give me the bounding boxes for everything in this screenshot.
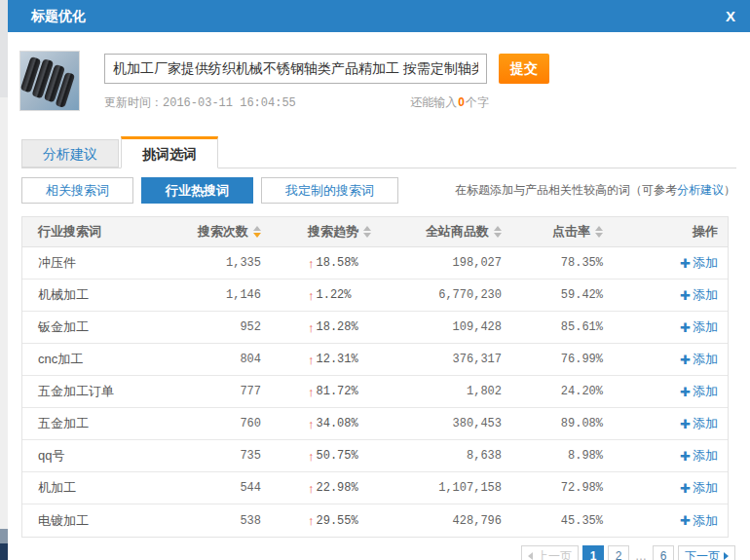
add-keyword-button[interactable]: 添加 <box>680 254 718 272</box>
plus-icon <box>680 288 691 303</box>
analysis-suggestions-link[interactable]: 分析建议 <box>677 183 724 197</box>
table-row: cnc加工 804 12.31% 376,317 76.99% 添加 <box>22 344 728 376</box>
keyword-cell: 机加工 <box>22 479 198 497</box>
plus-icon <box>680 256 691 271</box>
total-products-cell: 1,802 <box>397 385 529 398</box>
ctr-cell: 78.35% <box>529 256 626 270</box>
search-trend-cell: 18.58% <box>281 256 397 271</box>
search-count-cell: 952 <box>198 320 281 334</box>
ctr-cell: 85.61% <box>529 320 626 334</box>
add-keyword-button[interactable]: 添加 <box>680 318 718 336</box>
trend-up-icon <box>308 320 315 335</box>
total-products-cell: 380,453 <box>397 417 529 430</box>
close-icon[interactable]: X <box>726 9 735 23</box>
keyword-cell: 钣金加工 <box>22 318 198 336</box>
add-keyword-button[interactable]: 添加 <box>680 415 718 432</box>
dialog: 标题优化 X <box>8 0 750 560</box>
table-row: 电镀加工 538 29.55% 428,796 45.35% 添加 <box>22 504 728 537</box>
search-count-cell: 804 <box>198 353 281 366</box>
keyword-cell: 五金加工订单 <box>22 383 198 400</box>
sort-search-count-icon[interactable] <box>253 226 261 238</box>
plus-icon <box>680 385 691 399</box>
filter-industry-hot-words[interactable]: 行业热搜词 <box>141 177 253 204</box>
table-row: 钣金加工 952 18.28% 109,428 85.61% 添加 <box>22 312 728 344</box>
search-trend-cell: 22.98% <box>281 481 397 496</box>
add-keyword-button[interactable]: 添加 <box>680 447 718 465</box>
table-row: 五金加工订单 777 81.72% 1,802 24.20% 添加 <box>22 376 728 408</box>
search-trend-cell: 1.22% <box>281 288 397 303</box>
header-search-count[interactable]: 搜索次数 <box>198 223 281 241</box>
trend-up-icon <box>308 481 315 496</box>
search-count-cell: 538 <box>198 514 281 528</box>
add-keyword-button[interactable]: 添加 <box>680 479 718 497</box>
trend-up-icon <box>308 417 315 431</box>
keyword-cell: 五金加工 <box>22 415 198 432</box>
total-products-cell: 109,428 <box>397 320 529 334</box>
tab-analysis-suggestions[interactable]: 分析建议 <box>21 139 119 168</box>
pagination: 上一页 1 2 … 6 下一页 <box>8 545 735 560</box>
trend-up-icon <box>308 513 315 528</box>
table-row: 机械加工 1,146 1.22% 6,770,230 59.42% 添加 <box>22 280 728 312</box>
plus-icon <box>680 320 691 335</box>
table-row: 机加工 544 22.98% 1,107,158 72.98% 添加 <box>22 472 728 504</box>
sort-total-products-icon[interactable] <box>494 226 502 238</box>
header-action: 操作 <box>626 223 728 241</box>
keywords-table: 行业搜索词 搜索次数 搜索趋势 全站商品数 点击率 操作 <box>21 216 729 538</box>
header-total-products[interactable]: 全站商品数 <box>397 223 529 241</box>
prev-arrow-icon <box>528 552 533 560</box>
page-button-6[interactable]: 6 <box>653 545 674 560</box>
search-count-cell: 1,335 <box>198 256 281 270</box>
search-trend-cell: 18.28% <box>281 320 397 335</box>
plus-icon <box>680 513 691 528</box>
total-products-cell: 376,317 <box>397 353 529 366</box>
add-keyword-button[interactable]: 添加 <box>680 512 718 530</box>
ctr-cell: 76.99% <box>529 353 626 366</box>
trend-up-icon <box>308 256 315 271</box>
total-products-cell: 6,770,230 <box>397 288 529 302</box>
filter-my-custom-words[interactable]: 我定制的搜索词 <box>261 177 398 204</box>
page-button-2[interactable]: 2 <box>608 545 629 560</box>
table-row: 冲压件 1,335 18.58% 198,027 78.35% 添加 <box>22 247 728 280</box>
remaining-chars: 还能输入0个字 <box>410 94 489 111</box>
tab-pick-words[interactable]: 挑词选词 <box>121 136 218 168</box>
next-page-button[interactable]: 下一页 <box>678 545 735 560</box>
hint-text: 在标题添加与产品相关性较高的词（可参考分析建议） <box>455 182 735 199</box>
table-row: 五金加工 760 34.08% 380,453 89.08% 添加 <box>22 408 728 440</box>
plus-icon <box>680 481 691 496</box>
table-row: qq号 735 50.75% 8,638 8.98% 添加 <box>22 440 728 472</box>
plus-icon <box>680 417 691 431</box>
header-ctr[interactable]: 点击率 <box>529 223 626 241</box>
submit-button[interactable]: 提交 <box>499 54 549 84</box>
trend-up-icon <box>308 449 315 464</box>
trend-up-icon <box>308 288 315 303</box>
prev-page-button[interactable]: 上一页 <box>521 545 579 560</box>
next-arrow-icon <box>724 552 729 560</box>
header-search-trend[interactable]: 搜索趋势 <box>281 223 397 241</box>
keyword-cell: 机械加工 <box>22 286 198 304</box>
total-products-cell: 198,027 <box>397 256 529 270</box>
keyword-cell: cnc加工 <box>22 351 198 368</box>
filter-row: 相关搜索词 行业热搜词 我定制的搜索词 在标题添加与产品相关性较高的词（可参考分… <box>21 177 735 204</box>
product-title-input[interactable] <box>104 54 487 84</box>
ctr-cell: 89.08% <box>529 417 626 430</box>
filter-related-search-words[interactable]: 相关搜索词 <box>21 177 133 204</box>
dialog-header: 标题优化 X <box>8 0 750 32</box>
total-products-cell: 428,796 <box>397 514 529 528</box>
dialog-title: 标题优化 <box>31 8 86 25</box>
sort-search-trend-icon[interactable] <box>363 226 371 238</box>
remaining-count: 0 <box>457 95 466 109</box>
ctr-cell: 24.20% <box>529 385 626 398</box>
trend-up-icon <box>308 353 315 367</box>
trend-up-icon <box>308 385 315 399</box>
sort-ctr-icon[interactable] <box>595 226 603 238</box>
total-products-cell: 8,638 <box>397 449 529 463</box>
search-trend-cell: 29.55% <box>281 513 397 528</box>
tab-bar: 分析建议 挑词选词 <box>21 134 736 168</box>
add-keyword-button[interactable]: 添加 <box>680 383 718 400</box>
add-keyword-button[interactable]: 添加 <box>680 286 718 304</box>
product-section: 提交 更新时间：2016-03-11 16:04:55 还能输入0个字 <box>19 51 736 111</box>
background-page-sliver <box>0 0 8 560</box>
add-keyword-button[interactable]: 添加 <box>680 351 718 368</box>
search-count-cell: 735 <box>198 449 281 463</box>
page-button-1[interactable]: 1 <box>582 545 604 560</box>
